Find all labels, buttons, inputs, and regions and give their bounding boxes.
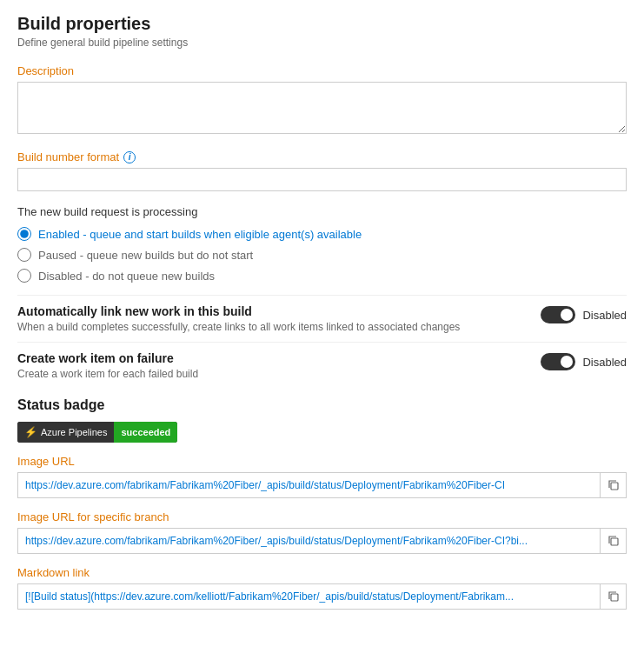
create-work-item-toggle-row: Create work item on failure Create a wor… [17, 342, 627, 389]
copy-icon [607, 478, 621, 492]
auto-link-toggle-row: Automatically link new work in this buil… [17, 295, 627, 342]
image-url-label: Image URL [17, 455, 627, 468]
radio-option-enabled[interactable]: Enabled - queue and start builds when el… [17, 227, 627, 241]
image-url-row [17, 472, 627, 498]
radio-option-disabled[interactable]: Disabled - do not queue new builds [17, 269, 627, 283]
page-title: Build properties [17, 14, 627, 34]
radio-label-disabled: Disabled - do not queue new builds [38, 270, 215, 283]
pipeline-icon: ⚡ [24, 426, 37, 438]
build-number-format-label: Build number format i [17, 150, 627, 163]
create-work-item-content: Create work item on failure Create a wor… [17, 351, 531, 380]
copy-icon-branch [607, 534, 621, 548]
description-input[interactable] [17, 82, 627, 134]
build-number-format-input[interactable] [17, 168, 627, 191]
image-url-branch-input[interactable] [17, 528, 601, 554]
badge-left: ⚡ Azure Pipelines [17, 422, 114, 443]
queue-status-radio-group: Enabled - queue and start builds when el… [17, 227, 627, 283]
processing-note: The new build request is processing [17, 205, 627, 218]
image-url-branch-copy-button[interactable] [601, 528, 627, 554]
auto-link-content: Automatically link new work in this buil… [17, 304, 531, 333]
radio-label-enabled: Enabled - queue and start builds when el… [38, 228, 362, 241]
markdown-link-input[interactable] [17, 583, 601, 610]
markdown-link-copy-button[interactable] [601, 583, 627, 610]
auto-link-title: Automatically link new work in this buil… [17, 304, 531, 318]
auto-link-status: Disabled [582, 309, 627, 322]
image-url-copy-button[interactable] [601, 472, 627, 498]
create-work-item-desc: Create a work item for each failed build [17, 368, 531, 380]
image-url-branch-label: Image URL for specific branch [17, 510, 627, 523]
auto-link-desc: When a build completes successfully, cre… [17, 321, 531, 333]
svg-rect-0 [611, 483, 618, 490]
auto-link-track [541, 306, 575, 323]
create-work-item-track [541, 353, 575, 370]
create-work-item-toggle-right: Disabled [531, 351, 627, 370]
badge-left-text: Azure Pipelines [41, 427, 107, 437]
status-badge-title: Status badge [17, 397, 627, 413]
radio-input-enabled[interactable] [17, 227, 31, 241]
svg-rect-2 [611, 594, 618, 601]
image-url-section: Image URL [17, 455, 627, 498]
markdown-link-label: Markdown link [17, 566, 627, 579]
description-label: Description [17, 64, 627, 77]
description-section: Description [17, 64, 627, 137]
build-number-format-info-icon[interactable]: i [123, 151, 136, 163]
status-badge-section: Status badge ⚡ Azure Pipelines succeeded… [17, 397, 627, 610]
image-url-branch-row [17, 528, 627, 554]
svg-rect-1 [611, 538, 618, 545]
auto-link-toggle[interactable] [541, 306, 575, 323]
auto-link-toggle-right: Disabled [531, 304, 627, 323]
create-work-item-toggle[interactable] [541, 353, 575, 370]
radio-option-paused[interactable]: Paused - queue new builds but do not sta… [17, 248, 627, 262]
radio-input-paused[interactable] [17, 248, 31, 262]
create-work-item-status: Disabled [582, 356, 627, 369]
image-url-branch-section: Image URL for specific branch [17, 510, 627, 554]
markdown-link-row [17, 583, 627, 610]
image-url-input[interactable] [17, 472, 601, 498]
radio-label-paused: Paused - queue new builds but do not sta… [38, 249, 253, 262]
page-subtitle: Define general build pipeline settings [17, 37, 627, 49]
create-work-item-title: Create work item on failure [17, 351, 531, 365]
build-number-format-section: Build number format i [17, 150, 627, 191]
copy-icon-markdown [607, 590, 621, 603]
create-work-item-thumb [561, 356, 573, 368]
auto-link-thumb [561, 309, 573, 321]
radio-input-disabled[interactable] [17, 269, 31, 283]
badge-preview: ⚡ Azure Pipelines succeeded [17, 422, 177, 443]
badge-right: succeeded [114, 422, 177, 443]
markdown-link-section: Markdown link [17, 566, 627, 610]
